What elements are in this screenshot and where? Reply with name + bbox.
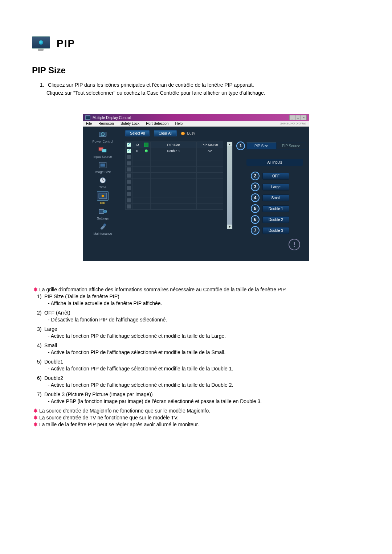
busy-label: Busy xyxy=(187,131,195,135)
item-5: 5)Double1 xyxy=(37,359,360,365)
mdc-window: Multiple Display Control _ □ × File Remo… xyxy=(83,114,309,261)
callout-7: 7 xyxy=(251,226,260,235)
cell-id: 0 xyxy=(132,148,142,154)
row-checkbox[interactable] xyxy=(127,198,131,202)
callout-6: 6 xyxy=(251,215,260,224)
item-1: 1)PIP Size (Taille de la fenêtre PIP) xyxy=(37,294,360,299)
col-check[interactable] xyxy=(126,142,132,148)
select-all-button[interactable]: Select All xyxy=(125,130,150,136)
item-7-sub: - Active PBP (la fonction image par imag… xyxy=(48,398,360,404)
note-star-3: ✱La source d'entrée de TV ne fonctionne … xyxy=(33,415,360,420)
window-title: Multiple Display Control xyxy=(93,116,131,120)
title-row: PIP xyxy=(32,36,360,51)
sidebar-item-power-control[interactable]: Power Control xyxy=(92,130,113,143)
window-titlebar: Multiple Display Control _ □ × xyxy=(83,114,309,121)
sidebar-item-input-source[interactable]: Input Source xyxy=(93,145,112,159)
row-checkbox[interactable] xyxy=(127,161,131,165)
table-row[interactable] xyxy=(126,173,223,179)
off-button[interactable]: OFF xyxy=(262,173,289,180)
sidebar-item-settings[interactable]: Settings xyxy=(97,207,109,220)
minimize-button[interactable]: _ xyxy=(289,115,295,120)
tab-pip-source[interactable]: PIP Source xyxy=(276,143,306,149)
table-row[interactable] xyxy=(126,185,223,191)
status-dot-icon xyxy=(145,149,148,152)
menu-file[interactable]: File xyxy=(86,122,92,126)
row-checkbox[interactable] xyxy=(127,173,131,178)
cell-pip: Double 1 xyxy=(151,148,197,154)
info-icon[interactable]: ! xyxy=(289,239,300,250)
callout-2: 2 xyxy=(251,172,260,180)
svg-rect-9 xyxy=(99,210,104,214)
sidebar-item-image-size[interactable]: Image Size xyxy=(94,161,111,174)
double3-button[interactable]: Double 3 xyxy=(262,227,289,234)
menu-help[interactable]: Help xyxy=(175,122,183,126)
status-header-icon xyxy=(144,143,148,147)
svg-point-8 xyxy=(102,195,104,197)
busy-indicator: Busy xyxy=(181,131,195,135)
toolbar: Select All Clear All Busy xyxy=(122,127,309,141)
table-row[interactable] xyxy=(126,197,223,204)
row-checkbox[interactable] xyxy=(127,155,131,159)
scroll-down-icon[interactable]: ▾ xyxy=(227,225,232,229)
busy-icon xyxy=(181,132,185,135)
intro-line-2: Cliquez sur "Tout sélectionner" ou coche… xyxy=(46,90,360,96)
window-buttons: _ □ × xyxy=(289,115,307,120)
pip-icon xyxy=(97,191,109,201)
check-all-icon[interactable] xyxy=(127,143,131,147)
callout-3: 3 xyxy=(251,182,260,191)
table-row[interactable] xyxy=(126,160,223,167)
power-icon xyxy=(97,130,108,139)
table-row[interactable] xyxy=(126,191,223,197)
small-button[interactable]: Small xyxy=(262,194,289,201)
sidebar-item-time[interactable]: Time xyxy=(97,176,108,189)
large-button[interactable]: Large xyxy=(262,184,289,190)
sidebar-item-maintenance[interactable]: Maintenance xyxy=(93,222,112,235)
double2-button[interactable]: Double 2 xyxy=(262,216,289,223)
app-icon xyxy=(85,115,90,120)
item-4-sub: - Active la fonction PIP de l'affichage … xyxy=(48,349,360,355)
sidebar-label: Power Control xyxy=(92,140,113,143)
star-icon: ✱ xyxy=(33,422,38,427)
intro-line-1: 1. Cliquez sur PIP dans les icônes princ… xyxy=(40,82,360,88)
note-star-2: ✱La source d'entrée de MagicInfo ne fonc… xyxy=(33,408,360,414)
sidebar-label: Image Size xyxy=(94,170,111,174)
table-row[interactable] xyxy=(126,179,223,185)
item-2: 2)OFF (Arrêt) xyxy=(37,310,360,316)
row-checkbox[interactable] xyxy=(127,192,131,196)
table-row[interactable]: 0 Double 1 AV xyxy=(126,148,223,154)
table-row[interactable] xyxy=(126,154,223,160)
menu-remocon[interactable]: Remocon xyxy=(98,122,114,126)
menu-safety-lock[interactable]: Safety Lock xyxy=(121,122,139,126)
row-checkbox[interactable] xyxy=(127,167,131,172)
item-4: 4)Small xyxy=(37,342,360,348)
table-row[interactable] xyxy=(126,167,223,173)
sidebar: Power Control Input Source Image Size xyxy=(83,127,122,261)
svg-point-10 xyxy=(103,210,107,213)
note-star-1: ✱La grille d'information affiche des inf… xyxy=(33,287,360,292)
row-checkbox[interactable] xyxy=(127,204,131,209)
maximize-button[interactable]: □ xyxy=(295,115,301,120)
grid-scrollbar[interactable]: ▴ ▾ xyxy=(227,141,233,229)
svg-rect-3 xyxy=(102,149,106,152)
sidebar-item-pip[interactable]: PIP xyxy=(97,191,109,205)
col-id: ID xyxy=(132,142,142,148)
menu-port-selection[interactable]: Port Selection xyxy=(146,122,168,126)
sidebar-label: PIP xyxy=(100,201,106,205)
intro-number: 1. xyxy=(40,82,46,88)
item-7: 7)Double 3 (Picture By Picture (Image pa… xyxy=(37,391,360,397)
scroll-up-icon[interactable]: ▴ xyxy=(227,142,232,146)
image-size-icon xyxy=(97,161,108,169)
double1-button[interactable]: Double 1 xyxy=(262,205,289,212)
note-star-4: ✱La taille de la fenêtre PIP peut se rég… xyxy=(33,422,360,427)
clear-all-button[interactable]: Clear All xyxy=(154,130,177,136)
close-button[interactable]: × xyxy=(301,115,307,120)
row-checkbox[interactable] xyxy=(127,149,131,153)
row-checkbox[interactable] xyxy=(127,186,131,190)
row-checkbox[interactable] xyxy=(127,180,131,184)
pip-monitor-icon xyxy=(32,36,49,51)
menubar: File Remocon Safety Lock Port Selection … xyxy=(83,121,309,127)
tab-pip-size[interactable]: PIP Size xyxy=(246,143,276,149)
item-3-sub: - Active la fonction PIP de l'affichage … xyxy=(48,333,360,339)
table-row[interactable] xyxy=(126,204,223,210)
item-2-sub: - Désactive la fonction PIP de l'afficha… xyxy=(48,317,360,323)
